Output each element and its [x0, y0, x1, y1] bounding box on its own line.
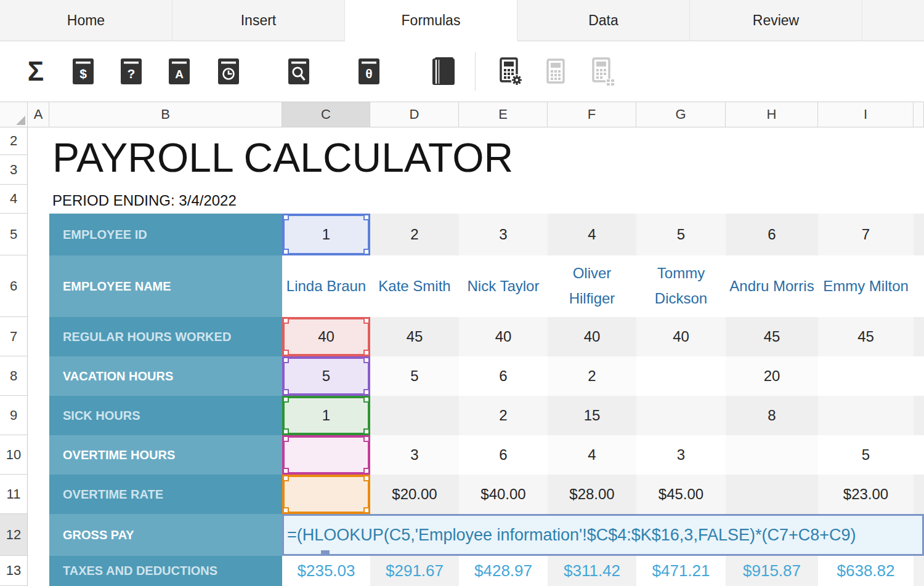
- cell-d5[interactable]: 2: [370, 214, 459, 255]
- selection-handle[interactable]: [283, 396, 289, 403]
- column-header-g[interactable]: G: [636, 102, 726, 127]
- cell-h10[interactable]: [726, 435, 818, 475]
- selection-handle[interactable]: [363, 507, 370, 513]
- cell-g8[interactable]: [636, 356, 726, 396]
- selection-handle[interactable]: [283, 468, 289, 474]
- row-header-2[interactable]: 2: [0, 127, 28, 155]
- cell-j6-partial[interactable]: [914, 255, 924, 317]
- cell-i8[interactable]: [818, 356, 914, 396]
- cell-j8-partial[interactable]: [914, 356, 924, 396]
- cell-c9-range-green[interactable]: 1: [282, 396, 370, 435]
- cell-f7[interactable]: 40: [548, 317, 636, 356]
- cell-j11-partial[interactable]: [914, 475, 924, 514]
- cell-g5[interactable]: 5: [636, 214, 726, 255]
- cell-f9[interactable]: 15: [548, 396, 636, 435]
- selection-handle[interactable]: [283, 350, 289, 356]
- employee-name-label-cell[interactable]: EMPLOYEE NAME: [49, 255, 282, 317]
- cell-j9-partial[interactable]: [914, 396, 924, 435]
- cell-i9[interactable]: [818, 396, 914, 435]
- cell-h13[interactable]: $915.87: [726, 556, 818, 586]
- cell-h5[interactable]: 6: [726, 214, 818, 255]
- row-header-4[interactable]: 4: [0, 185, 28, 214]
- regular-hours-label-cell[interactable]: REGULAR HOURS WORKED: [49, 317, 282, 356]
- selection-handle[interactable]: [363, 468, 370, 474]
- cell-i5[interactable]: 7: [818, 214, 914, 255]
- selection-handle[interactable]: [363, 475, 370, 481]
- cell-e6[interactable]: Nick Taylor: [459, 255, 548, 317]
- selection-handle[interactable]: [363, 249, 370, 255]
- cell-j13-partial[interactable]: [914, 556, 924, 586]
- calculate-now-button[interactable]: [538, 50, 573, 93]
- row-header-7[interactable]: 7: [0, 317, 28, 356]
- logical-functions-button[interactable]: ?: [113, 50, 149, 93]
- period-ending-cell[interactable]: PERIOD ENDING: 3/4/2022: [52, 192, 237, 209]
- tab-insert[interactable]: Insert: [172, 0, 345, 41]
- cell-f8[interactable]: 2: [548, 356, 636, 396]
- row-header-10[interactable]: 10: [0, 435, 28, 475]
- selection-handle[interactable]: [283, 357, 289, 363]
- calculate-sheet-button[interactable]: [585, 50, 621, 93]
- lookup-functions-button[interactable]: [281, 50, 317, 93]
- sick-hours-label-cell[interactable]: SICK HOURS: [49, 396, 282, 435]
- cell-h11[interactable]: [726, 475, 818, 514]
- column-header-b[interactable]: B: [49, 102, 282, 127]
- selection-handle[interactable]: [283, 214, 289, 220]
- selection-handle[interactable]: [363, 357, 370, 363]
- gross-pay-label-cell[interactable]: GROSS PAY: [49, 514, 282, 556]
- selection-handle[interactable]: [363, 350, 370, 356]
- cell-g9[interactable]: [636, 396, 726, 435]
- cell-j5-partial[interactable]: [914, 214, 924, 255]
- more-functions-button[interactable]: [425, 50, 461, 93]
- column-header-f[interactable]: F: [548, 102, 636, 127]
- datetime-functions-button[interactable]: [211, 50, 246, 93]
- cell-c7-range-red[interactable]: 40: [282, 317, 370, 356]
- cell-e7[interactable]: 40: [459, 317, 548, 356]
- cell-i13[interactable]: $638.82: [818, 556, 914, 586]
- cell-g10[interactable]: 3: [636, 435, 726, 475]
- overtime-rate-label-cell[interactable]: OVERTIME RATE: [49, 475, 282, 514]
- cell-h8[interactable]: 20: [726, 356, 818, 396]
- tab-formulas[interactable]: Formulas: [345, 0, 517, 41]
- cell-d8[interactable]: 5: [370, 356, 459, 396]
- cell-e13[interactable]: $428.97: [459, 556, 548, 586]
- row-header-8[interactable]: 8: [0, 356, 28, 396]
- cell-h9[interactable]: 8: [726, 396, 818, 435]
- row-header-12[interactable]: 12: [0, 514, 28, 556]
- cell-e10[interactable]: 6: [459, 435, 548, 475]
- row-header-6[interactable]: 6: [0, 255, 28, 317]
- selection-handle[interactable]: [283, 249, 289, 255]
- cell-d6[interactable]: Kate Smith: [370, 255, 459, 317]
- selection-handle[interactable]: [363, 428, 370, 435]
- cell-c8-range-purple[interactable]: 5: [282, 356, 370, 396]
- cell-j10-partial[interactable]: [914, 435, 924, 475]
- employee-id-label-cell[interactable]: EMPLOYEE ID: [49, 214, 282, 255]
- formula-edit-cell[interactable]: =(HLOOKUP(C5,'Employee information'!$C$4…: [282, 514, 924, 556]
- cell-f11[interactable]: $28.00: [548, 475, 636, 514]
- column-header-j-partial[interactable]: [914, 102, 924, 127]
- cell-c13[interactable]: $235.03: [282, 556, 370, 586]
- cell-c6[interactable]: Linda Braun: [282, 255, 370, 317]
- cell-c5-active[interactable]: 1: [282, 214, 370, 255]
- select-all-corner[interactable]: [0, 102, 28, 127]
- column-header-e[interactable]: E: [459, 102, 548, 127]
- cell-e8[interactable]: 6: [459, 356, 548, 396]
- column-header-d[interactable]: D: [370, 102, 459, 127]
- cell-d7[interactable]: 45: [370, 317, 459, 356]
- selection-handle[interactable]: [283, 507, 289, 513]
- column-header-a[interactable]: A: [28, 102, 49, 127]
- cell-c10-range-magenta[interactable]: [282, 435, 370, 475]
- cell-h7[interactable]: 45: [726, 317, 818, 356]
- cell-e5[interactable]: 3: [459, 214, 548, 255]
- cell-d13[interactable]: $291.67: [370, 556, 459, 586]
- sheet-title-cell[interactable]: PAYROLL CALCULATOR: [52, 135, 513, 182]
- tab-home[interactable]: Home: [0, 0, 172, 41]
- selection-handle[interactable]: [363, 214, 370, 220]
- row-header-13[interactable]: 13: [0, 556, 28, 586]
- tab-review[interactable]: Review: [690, 0, 862, 41]
- selection-handle[interactable]: [363, 318, 370, 324]
- tab-data[interactable]: Data: [517, 0, 690, 41]
- cell-d10[interactable]: 3: [370, 435, 459, 475]
- financial-functions-button[interactable]: $: [65, 50, 101, 93]
- column-header-c[interactable]: C: [282, 102, 370, 127]
- cell-f10[interactable]: 4: [548, 435, 636, 475]
